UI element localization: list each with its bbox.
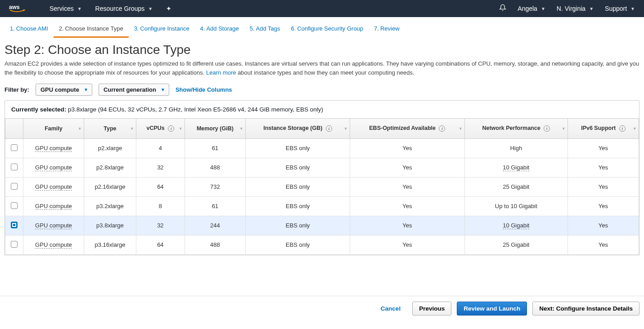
sort-icon: ▾ — [180, 126, 182, 131]
info-icon[interactable]: i — [544, 125, 550, 132]
cell-network: 25 Gigabit — [503, 241, 529, 248]
nav-user[interactable]: Angela ▼ — [518, 5, 545, 12]
nav-region[interactable]: N. Virginia ▼ — [557, 5, 594, 12]
wizard-step-6[interactable]: 6.Configure Security Group — [286, 22, 369, 38]
filter-row: Filter by: GPU compute ▼ Current generat… — [5, 84, 639, 96]
next-button[interactable]: Next: Configure Instance Details — [532, 302, 639, 316]
col-ipv6[interactable]: IPv6 Support i ▾ — [567, 119, 639, 138]
cell-type: p3.2xlarge — [84, 196, 136, 216]
col-family[interactable]: Family ▾ — [23, 119, 84, 138]
col-network-label: Network Performance — [482, 125, 540, 131]
filter-family-dropdown[interactable]: GPU compute ▼ — [36, 84, 92, 96]
sort-icon: ▾ — [563, 126, 565, 131]
cell-type: p2.8xlarge — [84, 158, 136, 177]
col-vcpus[interactable]: vCPUs i ▾ — [136, 119, 185, 138]
cell-storage: EBS only — [246, 177, 350, 196]
cell-vcpus: 32 — [136, 216, 185, 235]
page-title: Step 2: Choose an Instance Type — [5, 43, 639, 57]
chevron-down-icon: ▼ — [161, 87, 165, 92]
step-label: Add Storage — [206, 25, 239, 32]
cell-ebs: Yes — [350, 196, 465, 216]
cell-type: p3.8xlarge — [84, 216, 136, 235]
cell-ipv6: Yes — [567, 158, 639, 177]
col-ebs[interactable]: EBS-Optimized Available i ▾ — [350, 119, 465, 138]
table-row[interactable]: GPU computep3.16xlarge64488EBS onlyYes25… — [5, 235, 639, 254]
row-checkbox[interactable] — [11, 202, 18, 209]
cell-storage: EBS only — [246, 196, 350, 216]
nav-support-label: Support — [605, 5, 627, 12]
col-memory[interactable]: Memory (GiB) ▾ — [185, 119, 245, 138]
instance-table: Family ▾ Type ▾ vCPUs i ▾ Memory (GiB) — [5, 119, 639, 255]
wizard-step-3[interactable]: 3.Configure Instance — [129, 22, 195, 38]
col-type[interactable]: Type ▾ — [84, 119, 136, 138]
col-network[interactable]: Network Performance i ▾ — [464, 119, 567, 138]
cell-ebs: Yes — [350, 158, 465, 177]
wizard-step-1[interactable]: 1.Choose AMI — [5, 22, 54, 38]
col-storage[interactable]: Instance Storage (GB) i ▾ — [246, 119, 350, 138]
filter-generation-dropdown[interactable]: Current generation ▼ — [99, 84, 169, 96]
wizard-step-2[interactable]: 2.Choose Instance Type — [54, 22, 129, 38]
instance-table-wrapper: Family ▾ Type ▾ vCPUs i ▾ Memory (GiB) — [5, 119, 639, 255]
sort-icon: ▾ — [634, 126, 636, 131]
wizard-step-4[interactable]: 4.Add Storage — [195, 22, 244, 38]
sort-icon: ▾ — [345, 126, 347, 131]
cancel-button[interactable]: Cancel — [374, 302, 407, 315]
filter-family-value: GPU compute — [41, 86, 79, 93]
cell-family: GPU compute — [35, 164, 72, 171]
row-checkbox[interactable] — [11, 144, 18, 151]
nav-resource-groups-label: Resource Groups — [95, 5, 145, 12]
info-icon[interactable]: i — [619, 125, 626, 132]
cell-memory: 244 — [185, 216, 245, 235]
wizard-step-7[interactable]: 7.Review — [369, 22, 405, 38]
cell-storage: EBS only — [246, 138, 350, 158]
cell-vcpus: 64 — [136, 235, 185, 254]
sort-icon: ▾ — [459, 126, 462, 131]
info-icon[interactable]: i — [439, 125, 445, 132]
row-checkbox[interactable] — [11, 164, 18, 170]
cell-memory: 488 — [185, 235, 245, 254]
cell-storage: EBS only — [246, 158, 350, 177]
table-row[interactable]: GPU computep2.8xlarge32488EBS onlyYes10 … — [5, 158, 639, 177]
pin-button[interactable]: ✦ — [166, 5, 171, 12]
table-row[interactable]: GPU computep3.2xlarge861EBS onlyYesUp to… — [5, 196, 639, 216]
bell-icon — [499, 4, 506, 13]
step-num: 4. — [200, 25, 205, 32]
info-icon[interactable]: i — [168, 125, 174, 132]
learn-more-link[interactable]: Learn more — [206, 69, 236, 76]
col-type-label: Type — [104, 125, 116, 132]
nav-support[interactable]: Support ▼ — [605, 5, 635, 12]
svg-text:aws: aws — [9, 4, 20, 10]
wizard-steps: 1.Choose AMI2.Choose Instance Type3.Conf… — [0, 17, 644, 38]
currently-selected-text: p3.8xlarge (94 ECUs, 32 vCPUs, 2.7 GHz, … — [68, 106, 323, 113]
cell-ipv6: Yes — [567, 235, 639, 254]
table-row[interactable]: GPU computep2.xlarge461EBS onlyYesHighYe… — [5, 138, 639, 158]
chevron-down-icon: ▼ — [589, 6, 594, 11]
notifications-button[interactable] — [499, 4, 506, 13]
info-icon[interactable]: i — [326, 125, 332, 132]
step-num: 3. — [134, 25, 139, 32]
row-checkbox[interactable] — [11, 241, 18, 248]
chevron-down-icon: ▼ — [77, 6, 82, 11]
nav-services[interactable]: Services ▼ — [50, 5, 82, 12]
previous-button[interactable]: Previous — [412, 302, 451, 316]
table-row[interactable]: GPU computep3.8xlarge32244EBS onlyYes10 … — [5, 216, 639, 235]
table-row[interactable]: GPU computep2.16xlarge64732EBS onlyYes25… — [5, 177, 639, 196]
cell-vcpus: 4 — [136, 138, 185, 158]
row-checkbox[interactable] — [11, 222, 18, 228]
step-label: Review — [380, 25, 400, 32]
currently-selected-label: Currently selected: — [11, 106, 66, 113]
nav-resource-groups[interactable]: Resource Groups ▼ — [95, 5, 153, 12]
wizard-step-5[interactable]: 5.Add Tags — [244, 22, 286, 38]
cell-family: GPU compute — [35, 222, 72, 229]
show-hide-columns-link[interactable]: Show/Hide Columns — [176, 86, 232, 93]
aws-logo[interactable]: aws — [9, 4, 32, 14]
step-label: Choose AMI — [16, 25, 48, 32]
wizard-footer: Cancel Previous Review and Launch Next: … — [0, 296, 644, 321]
col-ebs-label: EBS-Optimized Available — [369, 125, 436, 131]
cell-network: 25 Gigabit — [503, 183, 529, 190]
cell-family: GPU compute — [35, 203, 72, 210]
cell-family: GPU compute — [35, 183, 72, 191]
row-checkbox[interactable] — [11, 183, 18, 190]
review-and-launch-button[interactable]: Review and Launch — [457, 302, 527, 316]
pin-icon: ✦ — [166, 5, 171, 12]
